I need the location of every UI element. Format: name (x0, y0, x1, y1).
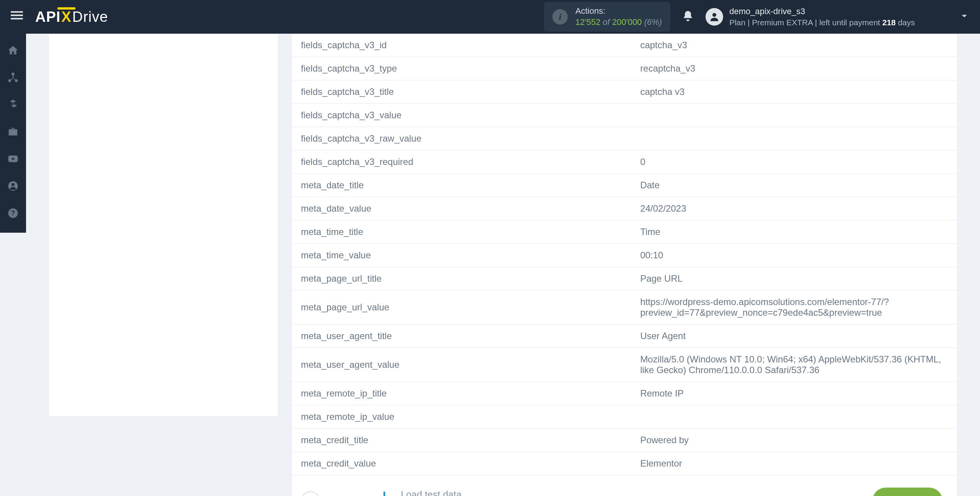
table-row: meta_time_titleTime (292, 220, 957, 244)
field-key: fields_captcha_v3_value (292, 104, 631, 127)
table-row: meta_credit_valueElementor (292, 452, 957, 475)
user-name: demo_apix-drive_s3 (729, 6, 915, 17)
field-value: recaptcha_v3 (631, 57, 957, 80)
left-panel (49, 34, 278, 416)
field-value: 24/02/2023 (631, 197, 957, 220)
logo-x: X (61, 9, 71, 25)
sidebar: ? (0, 34, 26, 233)
table-row: meta_page_url_valuehttps://wordpress-dem… (292, 290, 957, 325)
field-value: captcha_v3 (631, 34, 957, 57)
table-row: fields_captcha_v3_raw_value (292, 127, 957, 150)
field-key: fields_captcha_v3_type (292, 57, 631, 80)
header: APIXDrive i Actions: 12'552 of 200'000 (… (0, 0, 980, 34)
svg-rect-0 (11, 11, 23, 13)
svg-text:?: ? (11, 209, 15, 217)
edit-button[interactable]: Edit (301, 491, 342, 496)
actions-values: 12'552 of 200'000 (6%) (575, 17, 662, 28)
field-key: fields_captcha_v3_title (292, 80, 631, 104)
table-row: meta_remote_ip_titleRemote IP (292, 382, 957, 405)
field-value: 0 (631, 150, 957, 174)
footer-actions: Edit Load test data from Elementor Next (292, 475, 957, 496)
pencil-icon (301, 491, 320, 496)
sidebar-profile[interactable] (6, 179, 20, 193)
sidebar-video[interactable] (6, 152, 20, 166)
table-row: meta_user_agent_titleUser Agent (292, 325, 957, 348)
user-plan: Plan | Premium EXTRA | left until paymen… (729, 17, 915, 28)
table-row: fields_captcha_v3_idcaptcha_v3 (292, 34, 957, 57)
sidebar-connections[interactable] (6, 70, 20, 84)
svg-point-4 (11, 73, 15, 76)
sidebar-home[interactable] (6, 43, 20, 57)
field-key: fields_captcha_v3_id (292, 34, 631, 57)
field-key: meta_date_value (292, 197, 631, 220)
field-value (631, 405, 957, 429)
table-row: fields_captcha_v3_typerecaptcha_v3 (292, 57, 957, 80)
field-key: meta_user_agent_title (292, 325, 631, 348)
field-value (631, 104, 957, 127)
field-key: fields_captcha_v3_raw_value (292, 127, 631, 150)
table-row: fields_captcha_v3_required0 (292, 150, 957, 174)
table-row: meta_page_url_titlePage URL (292, 267, 957, 290)
table-row: fields_captcha_v3_titlecaptcha v3 (292, 80, 957, 104)
load-test-data-button[interactable]: Load test data from Elementor (374, 488, 469, 496)
field-value: Page URL (631, 267, 957, 290)
field-key: meta_time_value (292, 244, 631, 267)
svg-point-3 (712, 13, 716, 17)
info-icon: i (552, 9, 568, 24)
actions-label: Actions: (575, 6, 662, 17)
field-value: captcha v3 (631, 80, 957, 104)
field-key: fields_captcha_v3_required (292, 150, 631, 174)
field-value: Time (631, 220, 957, 244)
user-avatar-icon (706, 8, 723, 26)
logo-api: API (35, 9, 60, 25)
actions-box[interactable]: i Actions: 12'552 of 200'000 (6%) (544, 2, 670, 31)
table-row: meta_user_agent_valueMozilla/5.0 (Window… (292, 348, 957, 382)
field-key: meta_date_title (292, 174, 631, 197)
svg-point-5 (8, 79, 11, 82)
data-table: fields_captcha_v3_idcaptcha_v3fields_cap… (292, 34, 957, 475)
svg-rect-1 (11, 15, 23, 16)
table-row: meta_date_value24/02/2023 (292, 197, 957, 220)
table-row: meta_time_value00:10 (292, 244, 957, 267)
next-button[interactable]: Next (872, 488, 942, 496)
logo[interactable]: APIXDrive (35, 9, 108, 25)
field-value: https://wordpress-demo.apicomsolutions.c… (631, 290, 957, 325)
load-line1: Load test data (401, 488, 469, 496)
logo-drive: Drive (72, 9, 108, 25)
svg-rect-2 (11, 18, 23, 20)
field-value: Mozilla/5.0 (Windows NT 10.0; Win64; x64… (631, 348, 957, 382)
field-value (631, 127, 957, 150)
user-menu[interactable]: demo_apix-drive_s3 Plan | Premium EXTRA … (706, 6, 969, 28)
field-key: meta_remote_ip_title (292, 382, 631, 405)
field-key: meta_credit_value (292, 452, 631, 475)
field-value: Powered by (631, 429, 957, 452)
field-key: meta_credit_title (292, 429, 631, 452)
chevron-down-icon (959, 11, 969, 23)
table-row: meta_credit_titlePowered by (292, 429, 957, 452)
data-panel: fields_captcha_v3_idcaptcha_v3fields_cap… (292, 34, 957, 496)
bell-icon[interactable] (682, 10, 694, 24)
field-value: User Agent (631, 325, 957, 348)
download-icon (374, 490, 395, 496)
menu-toggle[interactable] (11, 9, 23, 24)
table-row: meta_remote_ip_value (292, 405, 957, 429)
field-key: meta_time_title (292, 220, 631, 244)
field-value: 00:10 (631, 244, 957, 267)
field-value: Date (631, 174, 957, 197)
table-row: fields_captcha_v3_value (292, 104, 957, 127)
table-row: meta_date_titleDate (292, 174, 957, 197)
sidebar-help[interactable]: ? (6, 206, 20, 220)
field-key: meta_remote_ip_value (292, 405, 631, 429)
field-key: meta_page_url_value (292, 290, 631, 325)
svg-point-9 (11, 183, 15, 186)
field-value: Elementor (631, 452, 957, 475)
field-key: meta_page_url_title (292, 267, 631, 290)
field-value: Remote IP (631, 382, 957, 405)
field-key: meta_user_agent_value (292, 348, 631, 382)
sidebar-briefcase[interactable] (6, 125, 20, 139)
sidebar-billing[interactable] (6, 98, 20, 111)
